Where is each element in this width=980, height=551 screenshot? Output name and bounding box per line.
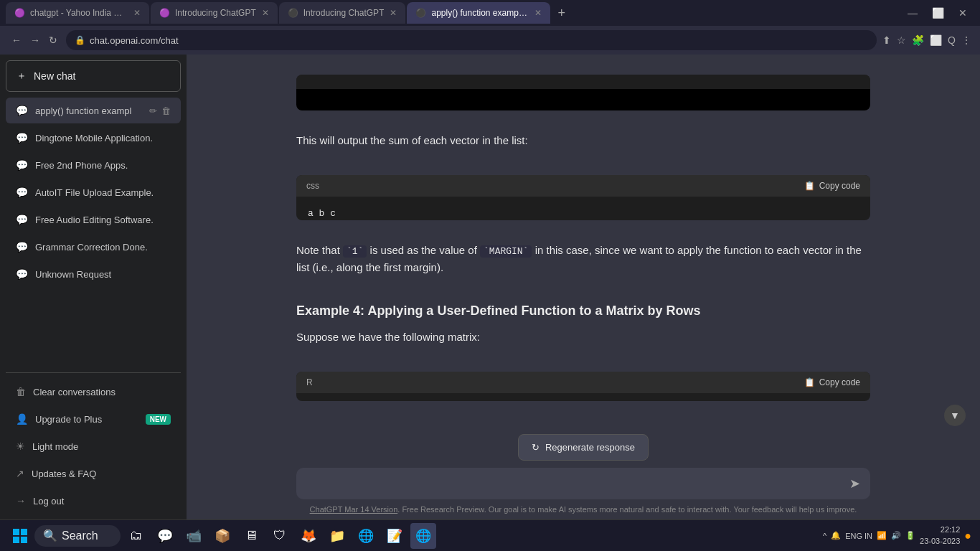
tab-3[interactable]: ⚫ Introducing ChatGPT ✕: [279, 2, 406, 24]
delete-icon-0[interactable]: 🗑: [161, 105, 171, 116]
split-view-icon[interactable]: ⬜: [930, 34, 942, 46]
sidebar-item-conversation-0[interactable]: 💬 apply() function exampl ✏ 🗑: [6, 98, 181, 123]
edit-icon-0[interactable]: ✏: [149, 105, 157, 116]
note-paragraph: Note that `1` is used as the value of `M…: [296, 242, 870, 277]
footer-note: ChatGPT Mar 14 Version. Free Research Pr…: [215, 505, 951, 514]
regen-label: Regenerate response: [545, 442, 635, 453]
taskbar-pinned-items: 🗂 💬 📹 📦 🖥 🛡 🦊 📁 🌐 📝 🌐: [123, 523, 823, 549]
copy-code-btn-2[interactable]: 📋 Copy code: [804, 377, 860, 387]
share-icon[interactable]: ⬆: [882, 34, 891, 46]
profile-icon[interactable]: Q: [948, 34, 956, 46]
forward-button[interactable]: →: [27, 33, 43, 47]
tab-4[interactable]: ⚫ apply() function examples ✕: [407, 2, 550, 24]
menu-icon[interactable]: ⋮: [961, 34, 971, 46]
new-tab-button[interactable]: +: [552, 6, 571, 21]
sidebar-item-conversation-6[interactable]: 💬 Unknown Request: [6, 261, 181, 287]
tray-chevron-icon[interactable]: ^: [823, 532, 826, 540]
clock[interactable]: 22:12 23-03-2023: [920, 524, 960, 547]
sidebar-item-conversation-3[interactable]: 💬 AutoIT File Upload Example.: [6, 179, 181, 205]
copy-icon-1: 📋: [804, 181, 815, 191]
bookmark-icon[interactable]: ☆: [897, 34, 906, 46]
sidebar-item-light-mode[interactable]: ☀ Light mode: [6, 433, 181, 459]
chat-icon-0: 💬: [16, 105, 28, 116]
windows-icon: [13, 529, 27, 543]
tray-wifi-icon[interactable]: 📶: [877, 531, 887, 540]
tab-2[interactable]: 🟣 Introducing ChatGPT ✕: [151, 2, 278, 24]
sidebar-item-clear[interactable]: 🗑 Clear conversations: [6, 379, 181, 405]
footer-link[interactable]: ChatGPT Mar 14 Version: [310, 505, 398, 514]
tray-battery-icon[interactable]: 🔋: [905, 531, 915, 540]
regenerate-button[interactable]: ↻ Regenerate response: [518, 434, 649, 461]
sidebar-item-conversation-5[interactable]: 💬 Grammar Correction Done.: [6, 234, 181, 260]
sidebar-item-conversation-1[interactable]: 💬 Dingtone Mobile Application.: [6, 125, 181, 151]
taskbar-security-icon[interactable]: 🛡: [267, 523, 293, 549]
send-button[interactable]: ➤: [849, 476, 860, 491]
date-display: 23-03-2023: [920, 536, 960, 547]
tray-notification-dot[interactable]: ●: [964, 529, 971, 542]
tray-notification-icon[interactable]: 🔔: [831, 531, 841, 540]
reload-button[interactable]: ↻: [46, 33, 60, 47]
code-block-2: R 📋 Copy code m <- matrix(1:12, nrow = 3…: [296, 372, 870, 401]
tab-1[interactable]: 🟣 chatgpt - Yahoo India Search Res... ✕: [6, 2, 149, 24]
url-input[interactable]: 🔒 chat.openai.com/chat: [66, 30, 877, 50]
tab-3-favicon: ⚫: [288, 8, 298, 18]
tab-2-favicon: 🟣: [159, 8, 169, 18]
tray-volume-icon[interactable]: 🔊: [891, 531, 901, 540]
tab-2-title: Introducing ChatGPT: [175, 8, 256, 18]
new-chat-label: New chat: [34, 70, 75, 82]
sidebar-item-updates[interactable]: ↗ Updates & FAQ: [6, 461, 181, 486]
new-chat-button[interactable]: ＋ New chat: [6, 60, 181, 92]
conv-label-4: Free Audio Editing Software.: [35, 215, 171, 225]
conv-label-0: apply() function exampl: [35, 105, 142, 116]
new-badge: NEW: [146, 414, 171, 425]
taskbar-dell-icon[interactable]: 🖥: [238, 523, 264, 549]
taskbar-folder-icon[interactable]: 📁: [324, 523, 350, 549]
chat-messages[interactable]: This will output the sum of each vector …: [187, 55, 980, 425]
sidebar-item-logout[interactable]: → Log out: [6, 488, 181, 514]
sidebar-item-conversation-2[interactable]: 💬 Free 2nd Phone Apps.: [6, 152, 181, 178]
lock-icon: 🔒: [75, 35, 85, 45]
code-body-1: a b c 15 40 65: [296, 197, 870, 220]
start-button[interactable]: [6, 524, 34, 547]
taskbar: 🔍 Search 🗂 💬 📹 📦 🖥 🛡 🦊 📁 🌐 📝 🌐 ^ 🔔 ENG I…: [0, 519, 980, 551]
code-lang-1: css: [306, 181, 319, 191]
tab-3-close[interactable]: ✕: [390, 8, 397, 18]
taskbar-chat-icon[interactable]: 💬: [152, 523, 178, 549]
sidebar-item-upgrade[interactable]: 👤 Upgrade to Plus NEW: [6, 406, 181, 432]
tab-1-favicon: 🟣: [14, 8, 24, 18]
taskbar-video-icon[interactable]: 📹: [181, 523, 207, 549]
time-display: 22:12: [920, 524, 960, 535]
copy-label-2: Copy code: [819, 377, 860, 387]
back-button[interactable]: ←: [9, 33, 24, 47]
search-icon: 🔍: [43, 529, 57, 542]
nav-buttons: ← → ↻: [9, 33, 60, 47]
taskbar-files-icon[interactable]: 🗂: [123, 523, 149, 549]
taskbar-chrome-icon[interactable]: 🌐: [410, 523, 436, 549]
scroll-down-button[interactable]: ▼: [944, 405, 966, 426]
taskbar-edge-icon[interactable]: 🌐: [353, 523, 379, 549]
taskbar-word-icon[interactable]: 📝: [382, 523, 407, 549]
tab-1-close[interactable]: ✕: [133, 8, 141, 18]
sidebar-item-conversation-4[interactable]: 💬 Free Audio Editing Software.: [6, 207, 181, 232]
chat-icon-4: 💬: [16, 214, 28, 225]
sidebar: ＋ New chat 💬 apply() function exampl ✏ 🗑…: [0, 55, 187, 519]
taskbar-search[interactable]: 🔍 Search: [34, 525, 121, 547]
logout-icon: →: [16, 495, 26, 507]
minimize-button[interactable]: —: [903, 6, 922, 20]
conv-label-3: AutoIT File Upload Example.: [35, 187, 171, 198]
chat-icon-1: 💬: [16, 132, 28, 143]
taskbar-firefox-icon[interactable]: 🦊: [296, 523, 321, 549]
code-line-1-0: a b c: [308, 207, 859, 220]
tab-2-close[interactable]: ✕: [262, 8, 269, 18]
copy-code-btn-1[interactable]: 📋 Copy code: [804, 181, 860, 191]
chat-input[interactable]: [306, 475, 842, 492]
conv-label-6: Unknown Request: [35, 269, 171, 280]
trash-icon: 🗑: [16, 386, 26, 397]
maximize-button[interactable]: ⬜: [928, 6, 948, 20]
tab-4-close[interactable]: ✕: [534, 8, 542, 18]
close-button[interactable]: ✕: [954, 6, 971, 20]
chat-input-area: ➤: [296, 468, 870, 499]
taskbar-app-icon[interactable]: 📦: [209, 523, 235, 549]
extensions-icon[interactable]: 🧩: [912, 34, 924, 46]
address-bar-actions: ⬆ ☆ 🧩 ⬜ Q ⋮: [882, 34, 971, 46]
